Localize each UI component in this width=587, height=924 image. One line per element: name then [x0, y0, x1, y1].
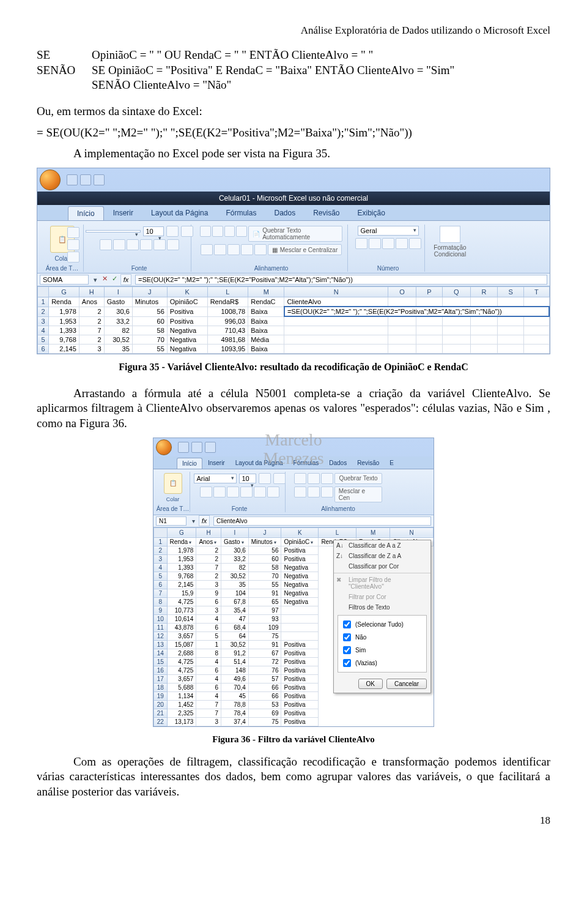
tab-inserir[interactable]: Inserir — [105, 206, 142, 220]
grid-cell[interactable]: Negativa — [281, 580, 319, 589]
grid-cell[interactable]: Positiva — [281, 657, 319, 666]
grid-cell[interactable] — [498, 326, 524, 335]
grid-cell[interactable]: 70,4 — [221, 683, 248, 691]
grid-cell[interactable] — [281, 623, 319, 632]
row-header[interactable]: 12 — [154, 632, 168, 640]
grid-cell[interactable]: 35 — [221, 580, 248, 589]
number-format-combo[interactable]: Geral — [358, 226, 419, 236]
paste-button-icon-2[interactable]: 📋 — [164, 473, 182, 494]
grid-cell[interactable]: 69 — [248, 709, 281, 717]
font-size-combo[interactable]: 10 — [143, 226, 164, 236]
grid-cell[interactable]: 56 — [132, 307, 167, 316]
column-header[interactable] — [38, 287, 49, 297]
tab-revisao[interactable]: Revisão — [305, 206, 348, 220]
column-header[interactable]: O — [388, 287, 416, 297]
tab-layout[interactable]: Layout da Página — [142, 206, 216, 220]
fx-icon-2[interactable]: fx — [199, 515, 210, 526]
row-header[interactable]: 22 — [154, 717, 168, 726]
orientation-icon[interactable] — [236, 226, 247, 237]
grid-cell[interactable]: 43,878 — [167, 623, 196, 632]
align-center-icon-2[interactable] — [308, 486, 320, 497]
grid-cell[interactable]: Positiva — [281, 640, 319, 649]
column-header[interactable]: P — [416, 287, 442, 297]
header-cell[interactable] — [388, 297, 416, 307]
grid-cell[interactable]: 1,978 — [49, 307, 79, 316]
grid-cell[interactable]: 91 — [248, 589, 281, 597]
filter-text-filters[interactable]: Filtros de Texto — [334, 602, 430, 613]
fill-color-icon-2[interactable] — [254, 486, 266, 497]
grid-cell[interactable] — [524, 344, 549, 353]
filter-checkbox[interactable] — [343, 646, 351, 654]
tab-inserir-2[interactable]: Inserir — [203, 458, 230, 469]
percent-icon[interactable] — [369, 238, 381, 249]
grid-cell[interactable]: 65 — [248, 597, 281, 606]
grid-cell[interactable]: 93 — [248, 614, 281, 623]
grid-cell[interactable]: 15,087 — [167, 640, 196, 649]
column-header[interactable]: L — [207, 287, 248, 297]
grid-cell[interactable]: 91 — [248, 640, 281, 649]
grid-cell[interactable]: 1,452 — [167, 700, 196, 709]
filter-sort-color[interactable]: Classificar por Cor — [334, 561, 430, 572]
grid-cell[interactable]: 30,52 — [221, 572, 248, 580]
formula-input[interactable]: =SE(OU(K2=" ";M2=" ");" ";SE(E(K2="Posit… — [135, 275, 547, 285]
grid-cell[interactable]: 35,4 — [221, 606, 248, 614]
header-cell[interactable]: OpiniãoC — [167, 297, 207, 307]
grid-cell[interactable]: 8 — [196, 649, 221, 657]
header-cell[interactable]: Anos▾ — [196, 537, 221, 546]
grid-cell[interactable]: 6 — [196, 597, 221, 606]
grid-cell[interactable]: Positiva — [281, 666, 319, 674]
grid-cell[interactable] — [281, 632, 319, 640]
header-cell[interactable] — [442, 297, 470, 307]
row-header[interactable]: 16 — [154, 666, 168, 674]
filter-sort-az[interactable]: A↓ Classificar de A a Z — [334, 540, 430, 551]
grid-cell[interactable] — [524, 326, 549, 335]
grid-cell[interactable]: Positiva — [281, 709, 319, 717]
grid-cell[interactable]: 3 — [79, 344, 104, 353]
grid-cell[interactable]: Positiva — [281, 674, 319, 683]
grid-cell[interactable]: 4,725 — [167, 597, 196, 606]
grid-cell[interactable]: 66 — [248, 691, 281, 700]
row-header[interactable]: 20 — [154, 700, 168, 709]
header-cell[interactable]: Minutos▾ — [248, 537, 281, 546]
grid-cell[interactable]: 5 — [196, 632, 221, 640]
tab-inicio[interactable]: Início — [68, 206, 104, 220]
column-header[interactable]: M — [248, 287, 284, 297]
row-header[interactable]: 18 — [154, 683, 168, 691]
grid-cell[interactable] — [442, 335, 470, 344]
grid-cell[interactable] — [524, 335, 549, 344]
grid-cell[interactable]: 60 — [132, 316, 167, 326]
grid-cell[interactable]: 30,52 — [221, 640, 248, 649]
column-header[interactable]: J — [248, 527, 281, 537]
grid-cell[interactable]: 1093,95 — [207, 344, 248, 353]
filter-check-row[interactable]: (Vazias) — [341, 657, 424, 669]
column-header[interactable]: H — [79, 287, 104, 297]
grid-cell[interactable]: 33,2 — [221, 554, 248, 563]
grid-cell[interactable]: 70 — [132, 335, 167, 344]
filter-sort-za[interactable]: Z↓ Classificar de Z a A — [334, 551, 430, 561]
header-cell[interactable]: OpiniãoC▾ — [281, 537, 319, 546]
grid-cell[interactable]: 78,8 — [221, 700, 248, 709]
grid-cell[interactable] — [470, 335, 497, 344]
row-header[interactable]: 9 — [154, 606, 168, 614]
name-box[interactable]: SOMA — [40, 275, 89, 285]
tab-layout-2[interactable]: Layout da Página — [231, 458, 288, 469]
grid-cell[interactable] — [284, 335, 388, 344]
name-box-dropdown-icon[interactable]: ▾ — [91, 276, 100, 284]
tab-dados-2[interactable]: Dados — [324, 458, 352, 469]
grid-cell[interactable]: 4 — [196, 691, 221, 700]
grid-cell[interactable]: 1 — [196, 640, 221, 649]
grid-cell[interactable]: 55 — [132, 344, 167, 353]
row-header[interactable]: 17 — [154, 674, 168, 683]
row-header[interactable]: 2 — [38, 307, 49, 316]
format-painter-icon[interactable] — [67, 251, 79, 263]
grid-cell[interactable]: 4 — [196, 657, 221, 666]
grid-cell[interactable]: Positiva — [281, 649, 319, 657]
grid-cell[interactable] — [470, 316, 497, 326]
grid-cell[interactable]: Positiva — [281, 554, 319, 563]
grid-cell[interactable]: 97 — [248, 606, 281, 614]
font-color-icon[interactable] — [167, 239, 179, 250]
spreadsheet-grid-fig35[interactable]: GHIJKLMNOPQRST1RendaAnosGastoMinutosOpin… — [37, 286, 550, 354]
grid-cell[interactable] — [281, 614, 319, 623]
qat-redo-icon-2[interactable] — [205, 442, 216, 453]
grid-cell[interactable] — [498, 344, 524, 353]
